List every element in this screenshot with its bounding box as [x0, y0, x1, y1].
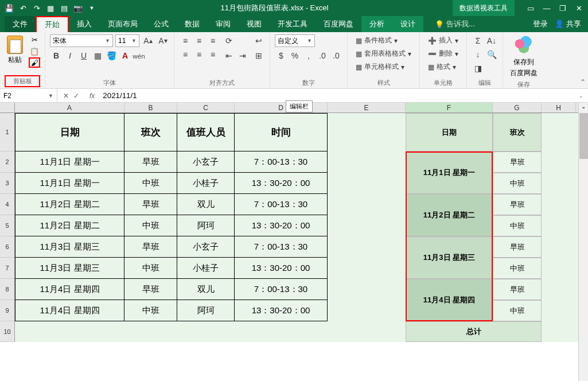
pivot-cell[interactable]: 11月4日 星期四: [406, 279, 493, 321]
clear-button[interactable]: ◨: [472, 62, 484, 75]
inc-decimal-button[interactable]: .0: [316, 49, 329, 62]
pivot-cell[interactable]: 早班: [493, 236, 542, 258]
cell[interactable]: 早班: [124, 151, 177, 173]
menu-file[interactable]: 文件: [5, 16, 36, 32]
menu-insert[interactable]: 插入: [69, 16, 100, 32]
paste-button[interactable]: 粘贴: [5, 34, 25, 66]
find-button[interactable]: 🔍: [485, 48, 498, 61]
cell[interactable]: 双儿: [177, 194, 235, 215]
cell[interactable]: 小桂子: [177, 258, 235, 279]
cell[interactable]: 7：00-13：30: [235, 236, 328, 258]
login-link[interactable]: 登录: [533, 19, 548, 29]
table-format-button[interactable]: ▦ 套用表格格式 ▾: [352, 48, 415, 60]
cell[interactable]: 小玄子: [177, 236, 235, 258]
cell[interactable]: 11月1日 星期一: [15, 151, 124, 173]
pivot-shift-header[interactable]: 班次: [493, 113, 542, 151]
col-header[interactable]: F: [406, 103, 493, 112]
cell[interactable]: 时间: [235, 113, 328, 151]
save-cloud-button[interactable]: 保存到 百度网盘: [508, 34, 540, 79]
row-header[interactable]: 5: [0, 215, 14, 236]
cell[interactable]: 阿珂: [177, 215, 235, 236]
pivot-cell[interactable]: 早班: [493, 194, 542, 215]
bold-button[interactable]: B: [50, 49, 63, 62]
pivot-cell[interactable]: 11月2日 星期二: [406, 194, 493, 236]
col-header[interactable]: A: [15, 103, 124, 112]
indent-inc-button[interactable]: ⇥: [236, 49, 249, 62]
cell[interactable]: 13：30-20：00: [235, 300, 328, 321]
cancel-formula-icon[interactable]: ✕: [63, 92, 69, 100]
menu-baidu[interactable]: 百度网盘: [316, 16, 361, 32]
cell[interactable]: 阿珂: [177, 300, 235, 321]
col-header[interactable]: H: [542, 103, 576, 112]
align-top-button[interactable]: ≡: [179, 34, 192, 47]
menu-design[interactable]: 设计: [392, 16, 423, 32]
cell[interactable]: 早班: [124, 236, 177, 258]
menu-analyze[interactable]: 分析: [361, 16, 392, 32]
col-header[interactable]: B: [124, 103, 177, 112]
pivot-cell[interactable]: 中班: [493, 215, 542, 236]
sort-button[interactable]: A↓: [485, 34, 498, 47]
row-header[interactable]: 7: [0, 258, 14, 279]
qat-more-icon[interactable]: ▼: [87, 3, 96, 13]
align-center-button[interactable]: ≡: [193, 48, 205, 61]
cell[interactable]: 11月4日 星期四: [15, 300, 124, 321]
menu-home[interactable]: 开始: [36, 16, 69, 32]
menu-dev[interactable]: 开发工具: [270, 16, 316, 32]
touch-icon[interactable]: ▦: [46, 3, 55, 13]
tell-me[interactable]: 💡告诉我...: [435, 19, 475, 29]
wrap-button[interactable]: ↩: [252, 34, 265, 47]
select-all-corner[interactable]: [0, 103, 15, 112]
expand-icon[interactable]: ⌄: [579, 103, 587, 112]
row-header[interactable]: 9: [0, 300, 14, 321]
pivot-total[interactable]: 总计: [406, 321, 542, 342]
pivot-cell[interactable]: 11月3日 星期三: [406, 236, 493, 279]
pivot-cell[interactable]: 中班: [493, 258, 542, 279]
col-header[interactable]: D: [235, 103, 328, 112]
format-painter-button[interactable]: 🖌: [29, 57, 40, 68]
cell[interactable]: 中班: [124, 258, 177, 279]
row-header[interactable]: 2: [0, 151, 14, 173]
pivot-date-header[interactable]: 日期: [406, 113, 493, 151]
border-button[interactable]: ▦: [91, 49, 104, 62]
save-icon[interactable]: 💾: [5, 3, 14, 13]
cell-style-button[interactable]: ▦ 单元格样式 ▾: [352, 61, 415, 73]
row-header[interactable]: 3: [0, 173, 14, 194]
pivot-cell[interactable]: 早班: [493, 279, 542, 300]
orientation-button[interactable]: ⟳: [223, 34, 235, 47]
formula-input[interactable]: [99, 89, 574, 102]
row-header[interactable]: 6: [0, 236, 14, 258]
menu-formula[interactable]: 公式: [146, 16, 177, 32]
font-name-combo[interactable]: 宋体▼: [50, 34, 113, 47]
phonetic-button[interactable]: wén: [133, 49, 145, 62]
cell[interactable]: 早班: [124, 279, 177, 300]
cell[interactable]: 班次: [124, 113, 177, 151]
print-icon[interactable]: ▤: [60, 3, 69, 13]
copy-button[interactable]: 📋: [29, 46, 40, 56]
undo-icon[interactable]: ↶: [18, 3, 28, 13]
cell[interactable]: 11月2日 星期二: [15, 215, 124, 236]
cell[interactable]: 7：00-13：30: [235, 194, 328, 215]
merge-button[interactable]: ⊞: [252, 49, 265, 62]
italic-button[interactable]: I: [64, 49, 76, 62]
cell[interactable]: 11月1日 星期一: [15, 173, 124, 194]
number-format-combo[interactable]: 自定义▼: [275, 34, 315, 47]
row-header[interactable]: 4: [0, 194, 14, 215]
cell[interactable]: 13：30-20：00: [235, 258, 328, 279]
menu-data[interactable]: 数据: [177, 16, 208, 32]
align-left-button[interactable]: ≡: [179, 48, 192, 61]
dec-decimal-button[interactable]: .0: [330, 49, 342, 62]
collapse-ribbon-icon[interactable]: ⌃: [580, 78, 586, 86]
percent-button[interactable]: %: [289, 49, 301, 62]
pivot-cell[interactable]: 中班: [493, 300, 542, 321]
cell[interactable]: 11月4日 星期四: [15, 279, 124, 300]
cell[interactable]: 11月2日 星期二: [15, 194, 124, 215]
cell[interactable]: 13：30-20：00: [235, 215, 328, 236]
cell[interactable]: 11月3日 星期三: [15, 258, 124, 279]
menu-view[interactable]: 视图: [239, 16, 270, 32]
fill-button[interactable]: ↓: [472, 48, 484, 61]
restore-icon[interactable]: ❐: [558, 3, 567, 13]
cell[interactable]: 7：00-13：30: [235, 151, 328, 173]
vertical-scrollbar[interactable]: ⌄: [578, 103, 588, 381]
format-cells-button[interactable]: ▦ 格式 ▾: [425, 61, 462, 73]
cells-area[interactable]: 日期 班次 值班人员 时间 11月1日 星期一早班小玄子7：00-13：3011…: [15, 113, 588, 342]
